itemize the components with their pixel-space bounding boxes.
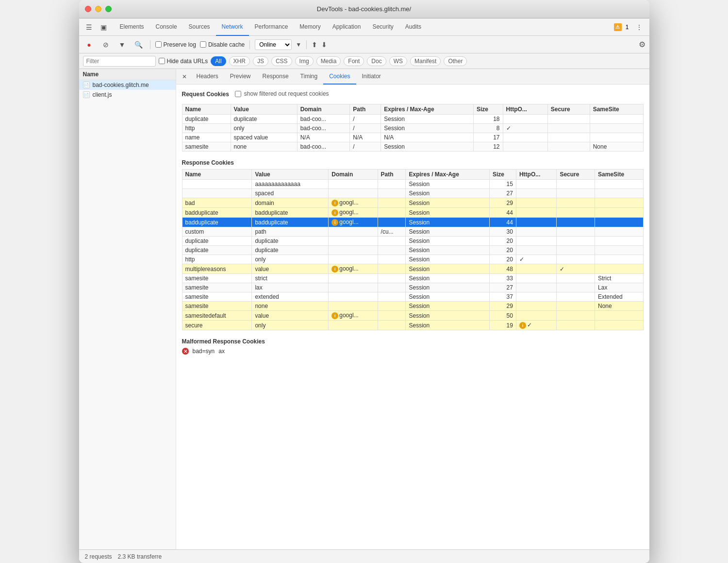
close-detail-button[interactable]: ✕ xyxy=(180,72,189,81)
sidebar-item-client-js[interactable]: 📄 client.js xyxy=(79,90,176,100)
table-row[interactable]: baddomainigoogl...Session29 xyxy=(182,198,643,208)
filter-type-js[interactable]: JS xyxy=(253,56,268,66)
table-row[interactable]: samesitedefaultvalueigoogl...Session50 xyxy=(182,311,643,321)
table-row[interactable]: duplicateduplicateSession20 xyxy=(182,237,643,246)
detail-tab-initiator[interactable]: Initiator xyxy=(356,69,387,85)
col-expires[interactable]: Expires / Max-Age xyxy=(381,104,474,115)
requests-count: 2 requests xyxy=(85,553,112,560)
col-path[interactable]: Path xyxy=(350,104,381,115)
col-expires[interactable]: Expires / Max-Age xyxy=(406,170,490,180)
table-row[interactable]: secureonlySession19i✓ xyxy=(182,321,643,330)
request-cookies-table: Name Value Domain Path Expires / Max-Age… xyxy=(182,104,644,152)
col-domain[interactable]: Domain xyxy=(297,104,350,115)
col-httponly[interactable]: HttpO... xyxy=(516,170,557,180)
table-row[interactable]: badduplicatebadduplicateigoogl...Session… xyxy=(182,218,643,227)
col-path[interactable]: Path xyxy=(378,170,406,180)
filter-type-xhr[interactable]: XHR xyxy=(229,56,250,66)
sidebar-item-bad-cookies[interactable]: 📄 bad-cookies.glitch.me xyxy=(79,80,176,90)
table-row[interactable]: httponlySession20✓ xyxy=(182,255,643,264)
tab-memory[interactable]: Memory xyxy=(294,18,326,36)
col-name[interactable]: Name xyxy=(182,104,231,115)
detail-tab-preview[interactable]: Preview xyxy=(224,69,257,85)
col-secure[interactable]: Secure xyxy=(557,170,595,180)
filter-icon[interactable]: ▼ xyxy=(116,38,129,51)
table-cell xyxy=(595,311,643,321)
tab-security[interactable]: Security xyxy=(366,18,399,36)
upload-icon[interactable]: ⬆ xyxy=(312,41,317,49)
col-value[interactable]: Value xyxy=(252,170,329,180)
table-row[interactable]: httponlybad-coo.../Session8✓ xyxy=(182,124,643,133)
maximize-button[interactable] xyxy=(105,6,112,12)
device-icon[interactable]: ▣ xyxy=(98,21,110,34)
col-secure[interactable]: Secure xyxy=(547,104,590,115)
table-row[interactable]: custompath/cu...Session30 xyxy=(182,227,643,237)
table-row[interactable]: samesitenonebad-coo.../Session12None xyxy=(182,142,643,152)
table-row[interactable]: duplicateduplicatebad-coo.../Session18 xyxy=(182,115,643,124)
transfer-size: 2.3 KB transferre xyxy=(118,553,162,560)
table-cell xyxy=(547,133,590,142)
network-throttle-select[interactable]: Online Fast 3G Slow 3G Offline xyxy=(255,39,292,50)
col-domain[interactable]: Domain xyxy=(329,170,378,180)
tab-console[interactable]: Console xyxy=(150,18,183,36)
table-row[interactable]: samesitelaxSession27Lax xyxy=(182,283,643,292)
filter-type-css[interactable]: CSS xyxy=(271,56,292,66)
tab-application[interactable]: Application xyxy=(327,18,367,36)
disable-cache-checkbox[interactable]: Disable cache xyxy=(200,41,245,48)
table-cell: ✓ xyxy=(557,264,595,274)
filter-type-ws[interactable]: WS xyxy=(389,56,407,66)
col-value[interactable]: Value xyxy=(231,104,297,115)
stop-record-button[interactable]: ⊘ xyxy=(99,38,112,51)
table-row[interactable]: aaaaaaaaaaaaaaSession15 xyxy=(182,180,643,189)
table-row[interactable]: samesitestrictSession33Strict xyxy=(182,274,643,283)
search-icon[interactable]: 🔍 xyxy=(132,38,145,51)
table-cell xyxy=(557,246,595,255)
col-httponly[interactable]: HttpO... xyxy=(503,104,547,115)
preserve-log-checkbox[interactable]: Preserve log xyxy=(155,41,196,48)
filter-type-media[interactable]: Media xyxy=(316,56,341,66)
hide-data-urls-label[interactable]: Hide data URLs xyxy=(159,58,208,65)
table-row[interactable]: spacedSession27 xyxy=(182,189,643,198)
minimize-button[interactable] xyxy=(95,6,101,12)
table-cell: duplicate xyxy=(231,115,297,124)
table-cell: Session xyxy=(406,246,490,255)
col-name[interactable]: Name xyxy=(182,170,252,180)
info-icon: i xyxy=(331,200,338,206)
col-samesite[interactable]: SameSite xyxy=(595,170,643,180)
more-options-icon[interactable]: ⋮ xyxy=(633,21,645,34)
col-samesite[interactable]: SameSite xyxy=(590,104,643,115)
table-cell xyxy=(516,246,557,255)
filter-type-manifest[interactable]: Manifest xyxy=(410,56,441,66)
tab-performance[interactable]: Performance xyxy=(249,18,294,36)
gear-icon[interactable]: ⚙ xyxy=(639,40,645,49)
table-row[interactable]: samesiteextendedSession37Extended xyxy=(182,292,643,302)
download-icon[interactable]: ⬇ xyxy=(321,41,327,49)
tab-sources[interactable]: Sources xyxy=(183,18,216,36)
detail-tab-response[interactable]: Response xyxy=(257,69,295,85)
col-size[interactable]: Size xyxy=(473,104,503,115)
sidebar: Name 📄 bad-cookies.glitch.me 📄 client.js xyxy=(79,69,176,549)
detail-tab-cookies[interactable]: Cookies xyxy=(323,69,356,85)
show-filtered-checkbox[interactable]: show filtered out request cookies xyxy=(235,90,329,97)
filter-type-all[interactable]: All xyxy=(211,56,226,66)
filter-type-other[interactable]: Other xyxy=(444,56,467,66)
record-button[interactable]: ● xyxy=(83,38,96,51)
detail-tab-timing[interactable]: Timing xyxy=(295,69,324,85)
filter-type-font[interactable]: Font xyxy=(344,56,364,66)
cursor-icon[interactable]: ☰ xyxy=(83,21,96,34)
table-row[interactable]: namespaced valueN/AN/AN/A17 xyxy=(182,133,643,142)
table-row[interactable]: samesitenoneSession29None xyxy=(182,302,643,311)
filter-type-doc[interactable]: Doc xyxy=(367,56,386,66)
tab-audits[interactable]: Audits xyxy=(399,18,427,36)
detail-tab-headers[interactable]: Headers xyxy=(191,69,224,85)
close-button[interactable] xyxy=(85,6,91,12)
col-size[interactable]: Size xyxy=(490,170,516,180)
table-row[interactable]: duplicateduplicateSession20 xyxy=(182,246,643,255)
table-row[interactable]: badduplicatebadduplicateigoogl...Session… xyxy=(182,208,643,218)
table-row[interactable]: multiplereasonsvalueigoogl...Session48✓ xyxy=(182,264,643,274)
filter-type-img[interactable]: Img xyxy=(295,56,314,66)
table-cell xyxy=(557,255,595,264)
table-cell xyxy=(378,321,406,330)
tab-network[interactable]: Network xyxy=(216,18,249,36)
filter-input[interactable] xyxy=(83,56,156,67)
tab-elements[interactable]: Elements xyxy=(114,18,150,36)
